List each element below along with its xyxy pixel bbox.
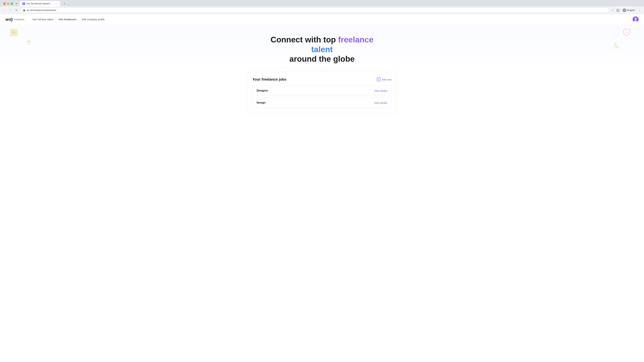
browser-toolbar: ← → ↻ arc.dev/freelancers/dashboard ☆ bbox=[0, 6, 644, 14]
window-close-button[interactable] bbox=[3, 2, 6, 5]
forward-button[interactable]: → bbox=[8, 8, 13, 12]
hero-title-prefix: Connect with top bbox=[270, 35, 338, 44]
job-name: Designer bbox=[256, 89, 268, 92]
nav-link-hire-freelancers[interactable]: Hire freelancers bbox=[59, 18, 76, 21]
tab-close-button[interactable]: × bbox=[55, 2, 57, 5]
svg-text:a: a bbox=[24, 3, 24, 4]
app: arc() Freelance Hire full-time talent Hi… bbox=[0, 14, 644, 361]
nav-link-hire-fulltime[interactable]: Hire full-time talent bbox=[32, 18, 53, 21]
jobs-section-title: Your freelance jobs bbox=[252, 77, 286, 82]
svg-point-3 bbox=[634, 18, 636, 20]
add-new-label: Add new bbox=[382, 78, 392, 81]
tab-favicon: a bbox=[22, 2, 25, 5]
logo-subtext: Freelance bbox=[14, 18, 24, 21]
job-item: Designer View details bbox=[252, 86, 392, 96]
main-content: Your freelance jobs + Add new Designer V… bbox=[242, 72, 402, 121]
lock-icon bbox=[23, 9, 25, 11]
incognito-label: Incognito bbox=[627, 9, 635, 11]
nav-link-edit-company[interactable]: Edit company profile bbox=[82, 18, 105, 21]
bookmark-button[interactable]: ☆ bbox=[610, 8, 615, 12]
job-item: Design View details bbox=[252, 98, 392, 108]
java-icon: ☕ bbox=[25, 37, 33, 45]
view-details-button-1[interactable]: View details bbox=[374, 89, 388, 92]
hero-title-freelance: freelance bbox=[338, 35, 374, 44]
hero-title-line2: around the globe bbox=[289, 54, 354, 63]
angular-icon: A bbox=[622, 28, 631, 36]
tab-dropdown-button[interactable]: ▾ bbox=[14, 2, 18, 6]
nav-links: Hire full-time talent Hire freelancers E… bbox=[32, 18, 632, 21]
hero-title-talent: talent bbox=[311, 45, 333, 54]
logo[interactable]: arc() Freelance bbox=[5, 17, 24, 22]
view-details-button-2[interactable]: View details bbox=[374, 101, 388, 104]
navbar: arc() Freelance Hire full-time talent Hi… bbox=[0, 14, 644, 25]
browser-tab[interactable]: a Hire Top Remote Software Dev... × bbox=[20, 1, 60, 6]
svg-text:A: A bbox=[626, 31, 628, 34]
window-controls bbox=[3, 2, 13, 5]
tab-title: Hire Top Remote Software Dev... bbox=[26, 2, 53, 5]
python-icon: 🐍 bbox=[612, 41, 621, 49]
tab-bar: ▾ a Hire Top Remote Software Dev... × + bbox=[0, 0, 644, 6]
jobs-header: Your freelance jobs + Add new bbox=[252, 77, 392, 82]
svg-text:☕: ☕ bbox=[26, 39, 32, 44]
more-button[interactable]: ⋮ bbox=[637, 8, 642, 12]
job-name: Design bbox=[256, 101, 266, 104]
hero-title: Connect with top freelance talent around… bbox=[262, 35, 382, 64]
address-bar[interactable]: arc.dev/freelancers/dashboard bbox=[20, 8, 609, 12]
address-url: arc.dev/freelancers/dashboard bbox=[27, 9, 606, 11]
browser-chrome: ▾ a Hire Top Remote Software Dev... × + … bbox=[0, 0, 644, 14]
svg-text:🐍: 🐍 bbox=[613, 42, 620, 49]
js-icon: JS bbox=[10, 29, 18, 36]
jobs-section: Your freelance jobs + Add new Designer V… bbox=[247, 72, 397, 113]
logo-text: arc() bbox=[5, 17, 12, 22]
back-button[interactable]: ← bbox=[2, 8, 7, 12]
incognito-button[interactable]: Incognito bbox=[621, 8, 636, 12]
extensions-button[interactable] bbox=[616, 8, 620, 12]
window-maximize-button[interactable] bbox=[11, 2, 13, 5]
toolbar-actions: ☆ Incognito ⋮ bbox=[610, 8, 642, 12]
new-tab-button[interactable]: + bbox=[62, 1, 67, 6]
add-icon: + bbox=[377, 78, 380, 81]
hero: JS A ☕ 🐍 Connect with top freelance tale… bbox=[0, 25, 644, 72]
reload-button[interactable]: ↻ bbox=[14, 8, 19, 12]
avatar[interactable] bbox=[632, 16, 639, 22]
incognito-icon bbox=[623, 8, 626, 12]
window-minimize-button[interactable] bbox=[7, 2, 10, 5]
add-new-button[interactable]: + Add new bbox=[377, 78, 392, 81]
